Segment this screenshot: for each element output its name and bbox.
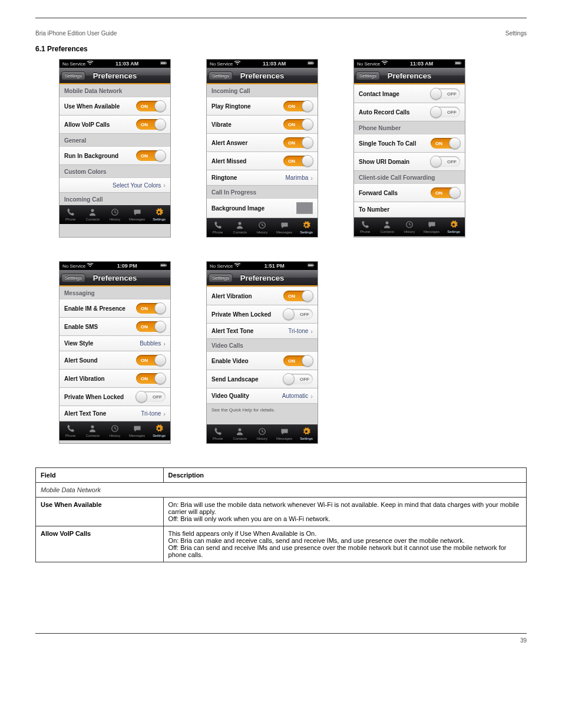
tab-contacts[interactable]: Contacts [82, 421, 104, 440]
nav-bar: Settings Preferences [59, 270, 170, 286]
messages-icon [133, 208, 141, 217]
toggle-switch[interactable]: ON [136, 355, 166, 365]
settings-list: Contact ImageOFFAuto Record CallsOFFPhon… [354, 84, 465, 218]
settings-row[interactable]: Background Image [207, 198, 318, 218]
settings-row: Show URI DomainOFF [354, 153, 465, 171]
toggle-switch[interactable]: ON [136, 119, 166, 130]
svg-rect-18 [308, 265, 313, 266]
tab-settings[interactable]: Settings [295, 424, 318, 443]
image-thumbnail[interactable] [296, 202, 313, 214]
settings-row[interactable]: Video QualityAutomatic › [207, 388, 318, 404]
row-label: Vibrate [211, 121, 232, 128]
tab-messages[interactable]: Messages [421, 218, 443, 236]
status-time: 11:03 AM [410, 61, 433, 67]
settings-row: Alert MissedON [207, 152, 318, 170]
back-button[interactable]: Settings [209, 71, 233, 80]
toggle-switch[interactable]: OFF [283, 309, 313, 319]
nav-bar: Settings Preferences [207, 270, 318, 286]
toggle-switch[interactable]: ON [283, 101, 313, 111]
tab-history[interactable]: History [251, 424, 273, 443]
row-value[interactable]: Marimba › [285, 174, 313, 182]
settings-row[interactable]: View StyleBubbles › [59, 336, 170, 351]
tab-contacts[interactable]: Contacts [229, 424, 252, 443]
settings-row[interactable]: RingtoneMarimba › [207, 170, 318, 186]
group-header: Mobile Data Network [59, 84, 170, 97]
row-value[interactable]: Select Your Colors › [113, 182, 166, 189]
tab-phone[interactable]: Phone [207, 218, 229, 237]
tab-phone[interactable]: Phone [59, 421, 82, 440]
settings-list: Alert VibrationONPrivate When LockedOFFA… [207, 286, 318, 424]
page-header: Bria iPhone Edition User Guide Settings [35, 30, 527, 37]
tab-settings[interactable]: Settings [148, 421, 170, 440]
toggle-switch[interactable]: ON [283, 291, 313, 301]
row-label: Alert Text Tone [64, 410, 106, 417]
back-button[interactable]: Settings [61, 274, 85, 282]
toggle-switch[interactable]: OFF [431, 156, 460, 167]
tab-phone[interactable]: Phone [207, 424, 229, 443]
back-button[interactable]: Settings [61, 71, 85, 80]
status-time: 1:51 PM [265, 263, 285, 269]
history-icon [111, 424, 119, 433]
toggle-switch[interactable]: ON [136, 303, 166, 314]
svg-rect-6 [308, 62, 313, 64]
tab-label: Phone [360, 230, 370, 233]
row-value[interactable]: Automatic › [282, 393, 313, 400]
chevron-right-icon: › [163, 340, 166, 347]
toggle-switch[interactable]: OFF [136, 391, 166, 402]
toggle-switch[interactable]: ON [283, 355, 313, 366]
settings-row[interactable]: Select Your Colors › [59, 177, 170, 193]
settings-row: Alert VibrationON [59, 370, 170, 388]
battery-icon [160, 263, 167, 269]
tab-phone[interactable]: Phone [354, 218, 376, 236]
settings-row[interactable]: Alert Text ToneTri-tone › [59, 406, 170, 421]
row-value[interactable]: Tri-tone › [141, 410, 166, 417]
toggle-switch[interactable]: ON [136, 150, 166, 161]
toggle-switch[interactable]: ON [283, 119, 313, 130]
toggle-switch[interactable]: OFF [431, 107, 460, 117]
toggle-switch[interactable]: ON [136, 373, 166, 384]
tab-contacts[interactable]: Contacts [229, 218, 252, 237]
tab-contacts[interactable]: Contacts [376, 218, 399, 236]
tab-messages[interactable]: Messages [126, 421, 148, 440]
tab-settings[interactable]: Settings [148, 205, 170, 224]
toggle-switch[interactable]: ON [136, 101, 166, 111]
chevron-right-icon: › [163, 410, 166, 417]
tab-phone[interactable]: Phone [59, 205, 82, 224]
tab-history[interactable]: History [251, 218, 273, 237]
tab-messages[interactable]: Messages [126, 205, 148, 224]
toggle-switch[interactable]: OFF [431, 88, 460, 99]
settings-row[interactable]: Alert Text ToneTri-tone › [207, 324, 318, 339]
settings-row: Alert VibrationON [207, 286, 318, 305]
tab-messages[interactable]: Messages [273, 424, 296, 443]
tab-contacts[interactable]: Contacts [82, 205, 104, 224]
svg-rect-5 [313, 62, 314, 64]
tab-label: Contacts [381, 230, 395, 233]
phone-icon [67, 424, 75, 433]
svg-rect-14 [161, 265, 166, 266]
row-value[interactable]: Tri-tone › [288, 328, 313, 335]
toggle-switch[interactable]: OFF [283, 374, 313, 384]
back-button[interactable]: Settings [356, 71, 380, 80]
row-value[interactable]: Bubbles › [140, 340, 166, 347]
tab-history[interactable]: History [104, 205, 126, 224]
tab-history[interactable]: History [104, 421, 126, 440]
nav-title: Preferences [240, 274, 284, 282]
tab-settings[interactable]: Settings [442, 218, 465, 236]
settings-row: Alert SoundON [59, 351, 170, 370]
tab-history[interactable]: History [398, 218, 421, 236]
carrier-label: No Service [210, 61, 241, 67]
nav-title: Preferences [240, 71, 284, 80]
tab-messages[interactable]: Messages [273, 218, 296, 237]
back-button[interactable]: Settings [209, 274, 233, 282]
tab-settings[interactable]: Settings [295, 218, 318, 237]
toggle-switch[interactable]: ON [283, 156, 313, 166]
toggle-switch[interactable]: ON [136, 321, 166, 332]
battery-icon [308, 61, 315, 67]
toggle-switch[interactable]: ON [283, 137, 313, 148]
row-label: Enable SMS [64, 324, 98, 330]
toggle-switch[interactable]: ON [431, 187, 460, 198]
toggle-switch[interactable]: ON [431, 138, 460, 149]
tab-label: Phone [213, 437, 223, 440]
phone-screenshot: No Service 11:03 AM Settings Preferences… [206, 59, 318, 238]
svg-rect-9 [461, 62, 461, 64]
